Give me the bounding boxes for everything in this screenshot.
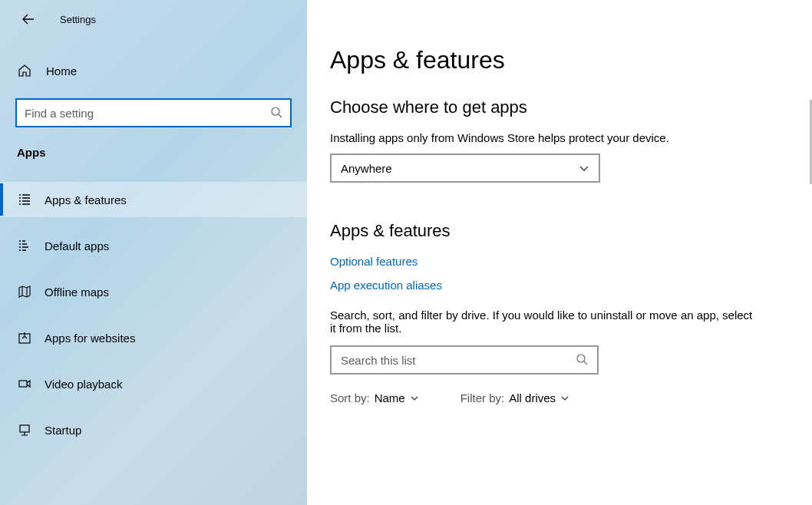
category-header: Apps (17, 146, 307, 159)
chevron-down-icon (560, 394, 569, 403)
filter-label: Filter by: (460, 391, 505, 404)
chevron-down-icon (579, 163, 589, 173)
arrow-left-icon (21, 12, 35, 26)
open-icon (17, 330, 32, 345)
section-desc: Installing apps only from Windows Store … (330, 131, 789, 144)
nav-default-apps[interactable]: Default apps (0, 228, 307, 263)
startup-icon (17, 422, 32, 437)
section-heading: Choose where to get apps (330, 97, 789, 117)
sort-value: Name (375, 391, 405, 404)
map-icon (17, 284, 32, 299)
nav-label: Video playback (45, 378, 122, 391)
video-icon (17, 376, 32, 391)
nav-label: Offline maps (45, 286, 109, 299)
nav-label: Apps & features (45, 193, 127, 206)
app-aliases-link[interactable]: App execution aliases (330, 279, 789, 292)
svg-point-0 (272, 107, 279, 115)
home-label: Home (46, 64, 77, 78)
svg-rect-4 (20, 425, 29, 432)
back-button[interactable] (17, 8, 40, 31)
app-list-search[interactable] (330, 345, 599, 375)
nav-offline-maps[interactable]: Offline maps (0, 274, 307, 309)
nav-label: Default apps (45, 239, 109, 252)
sort-label: Sort by: (330, 391, 370, 404)
section-heading: Apps & features (330, 221, 789, 241)
chevron-down-icon (410, 394, 419, 403)
search-icon (270, 106, 282, 120)
optional-features-link[interactable]: Optional features (330, 255, 789, 268)
window-title: Settings (60, 14, 96, 25)
section-desc: Search, sort, and filter by drive. If yo… (330, 309, 760, 335)
svg-point-7 (577, 355, 585, 362)
nav-label: Apps for websites (45, 332, 135, 345)
nav-apps-features[interactable]: Apps & features (0, 182, 307, 217)
home-nav[interactable]: Home (0, 54, 307, 87)
svg-rect-3 (19, 381, 27, 387)
settings-search[interactable] (15, 98, 292, 127)
defaults-icon (17, 238, 32, 253)
filter-value: All drives (509, 391, 556, 404)
nav-video-playback[interactable]: Video playback (0, 366, 307, 401)
app-list-search-input[interactable] (341, 354, 576, 367)
filter-by-control[interactable]: Filter by: All drives (460, 391, 569, 404)
dropdown-value: Anywhere (341, 162, 392, 175)
nav-label: Startup (45, 424, 81, 437)
settings-search-input[interactable] (25, 107, 270, 120)
page-title: Apps & features (330, 46, 789, 74)
home-icon (17, 63, 32, 78)
search-icon (576, 353, 588, 368)
svg-line-1 (279, 114, 282, 117)
main-content: Apps & features Choose where to get apps… (307, 0, 812, 505)
nav-apps-websites[interactable]: Apps for websites (0, 320, 307, 355)
svg-line-8 (584, 361, 587, 365)
nav-startup[interactable]: Startup (0, 412, 307, 447)
list-icon (17, 192, 32, 207)
sort-by-control[interactable]: Sort by: Name (330, 391, 419, 404)
install-source-dropdown[interactable]: Anywhere (330, 153, 600, 183)
